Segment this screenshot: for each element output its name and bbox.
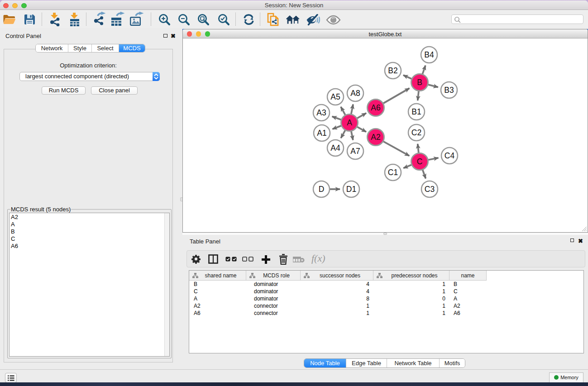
svg-text:A3: A3 [316, 108, 326, 117]
svg-text:C1: C1 [387, 168, 397, 177]
svg-text:D: D [318, 185, 324, 194]
svg-text:C3: C3 [424, 185, 434, 194]
svg-text:B1: B1 [411, 107, 421, 116]
svg-text:C4: C4 [444, 151, 454, 160]
svg-text:B: B [417, 78, 422, 87]
svg-text:A: A [347, 118, 352, 127]
svg-text:C2: C2 [411, 128, 421, 137]
svg-text:A2: A2 [371, 133, 380, 142]
svg-text:B4: B4 [424, 50, 434, 59]
svg-text:A4: A4 [330, 143, 340, 152]
svg-text:A6: A6 [371, 103, 380, 112]
svg-text:A5: A5 [330, 92, 340, 101]
svg-text:A7: A7 [350, 147, 360, 156]
svg-text:A1: A1 [317, 129, 326, 138]
svg-text:A8: A8 [350, 89, 360, 98]
svg-text:B2: B2 [388, 66, 397, 75]
svg-text:D1: D1 [346, 185, 356, 194]
svg-text:B3: B3 [444, 86, 454, 95]
svg-text:C: C [416, 157, 422, 166]
